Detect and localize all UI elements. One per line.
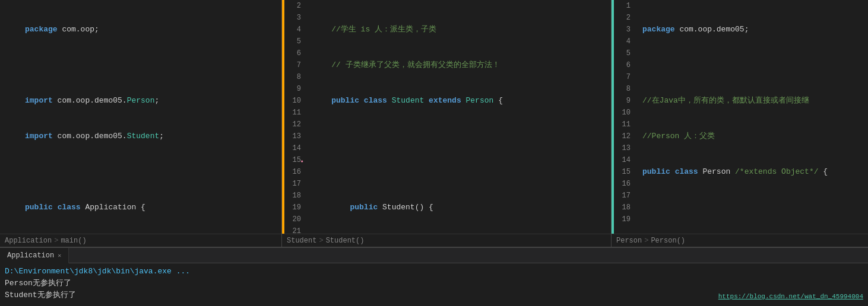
tab-application[interactable]: Application ✕ [0,248,69,263]
code-line: import com.oop.demo05.Student; [25,130,281,142]
code-line: import com.oop.demo05.Person; [25,95,281,107]
terminal-command: D:\Environment\jdk8\jdk\bin\java.exe ... [5,266,863,278]
code-line: public class Student extends Person { [313,95,611,107]
line-numbers-left [0,0,23,234]
csdn-link[interactable]: https://blog.csdn.net/wat_dn_45994004 [718,291,863,302]
breadcrumb-left: Application > main() [0,234,281,247]
code-line: package com.oop.demo05; [642,24,868,36]
code-line [25,166,281,178]
code-line: // 子类继承了父类，就会拥有父类的全部方法！ [313,59,611,71]
line-numbers-middle: 2 3 4 5 6 7 8 9 10 11 12 13 14 15⬥ 16 17… [284,0,311,234]
tab-bar: Application ✕ [0,248,868,263]
tab-label: Application [7,251,54,260]
breadcrumb-method: Person() [651,237,685,245]
breadcrumb-method: Student() [326,237,365,245]
code-line: public Student() { [313,202,611,213]
editor-pane-right: 1 2 3 4 5 6 7 8 9 10 11 12 13 14 15 16 1… [612,0,868,247]
code-line: public class Person /*extends Object*/ { [642,166,868,178]
terminal-content: D:\Environment\jdk8\jdk\bin\java.exe ...… [0,263,868,306]
breadcrumb-method: main() [61,237,86,245]
code-text-left[interactable]: package com.oop; import com.oop.demo05.P… [23,0,281,234]
code-line [642,59,868,71]
code-text-middle[interactable]: //学生 is 人：派生类，子类 // 子类继承了父类，就会拥有父类的全部方法！… [311,0,611,234]
code-content-left: package com.oop; import com.oop.demo05.P… [0,0,281,234]
code-line [642,202,868,213]
line-numbers-right: 1 2 3 4 5 6 7 8 9 10 11 12 13 14 15 16 1… [614,0,640,234]
breadcrumb-right: Person > Person() [612,234,868,247]
code-line [313,130,611,142]
code-line [313,166,611,178]
code-line [25,59,281,71]
pane-gutter-blue [612,0,614,234]
breadcrumb-class: Person [616,237,642,245]
breadcrumb-middle: Student > Student() [282,234,611,247]
terminal-output-line-1: Person无参执行了 [5,278,863,289]
editor-area: package com.oop; import com.oop.demo05.P… [0,0,868,247]
code-text-right[interactable]: package com.oop.demo05; //在Java中，所有的类，都默… [640,0,868,234]
code-line: public class Application { [25,202,281,213]
editor-pane-middle: 2 3 4 5 6 7 8 9 10 11 12 13 14 15⬥ 16 17… [282,0,612,247]
code-line: //学生 is 人：派生类，子类 [313,24,611,36]
code-content-middle: 2 3 4 5 6 7 8 9 10 11 12 13 14 15⬥ 16 17… [282,0,611,234]
editor-pane-left: package com.oop; import com.oop.demo05.P… [0,0,282,247]
code-line: package com.oop; [25,24,281,36]
tab-close-button[interactable]: ✕ [58,252,61,259]
breadcrumb-class: Student [287,237,316,245]
bottom-panel: Application ✕ D:\Environment\jdk8\jdk\bi… [0,247,868,306]
breadcrumb-class: Application [5,237,52,245]
code-line: //Person 人：父类 [642,130,868,142]
pane-gutter-orange [282,0,284,234]
code-line: //在Java中，所有的类，都默认直接或者间接继 [642,95,868,107]
code-content-right: 1 2 3 4 5 6 7 8 9 10 11 12 13 14 15 16 1… [612,0,868,234]
